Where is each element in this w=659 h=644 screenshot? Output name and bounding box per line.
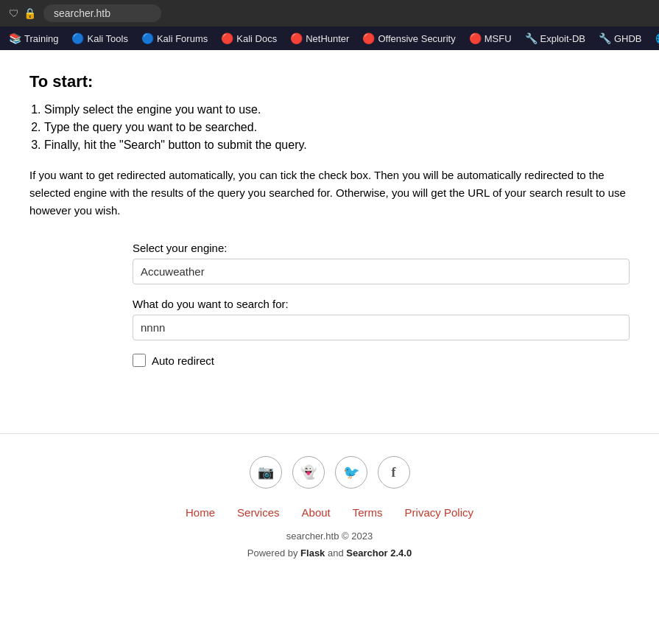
ghdb-icon: 🔧 <box>599 32 611 44</box>
footer-nav: Home Services About Terms Privacy Policy <box>0 506 659 519</box>
bookmark-msfu[interactable]: 🔴 MSFU <box>463 30 518 46</box>
snapchat-icon[interactable]: 👻 <box>292 456 325 489</box>
auto-redirect-label: Auto redirect <box>152 354 214 367</box>
bookmark-kali-forums-label: Kali Forums <box>157 33 208 44</box>
shield-icon: 🛡 <box>9 7 19 19</box>
footer: 📷 👻 🐦 f Home Services About Terms Privac… <box>0 434 659 573</box>
bookmark-kali-docs[interactable]: 🔴 Kali Docs <box>215 30 283 46</box>
address-bar[interactable]: searcher.htb <box>43 4 161 22</box>
search-label: What do you want to search for: <box>133 298 630 310</box>
search-input[interactable]: nnnn <box>133 315 630 340</box>
bookmark-training-label: Training <box>24 33 58 44</box>
bookmark-offensive-security[interactable]: 🔴 Offensive Security <box>356 30 461 46</box>
footer-home-link[interactable]: Home <box>186 506 215 519</box>
kali-forums-icon: 🔵 <box>141 32 154 44</box>
footer-privacy-link[interactable]: Privacy Policy <box>405 506 473 519</box>
bookmark-kali-forums[interactable]: 🔵 Kali Forums <box>135 30 214 46</box>
bookmark-nethunter-label: NetHunter <box>306 33 349 44</box>
main-content: To start: Simply select the engine you w… <box>0 50 659 389</box>
nethunter-icon: 🔴 <box>290 32 303 44</box>
step-3: Finally, hit the "Search" button to subm… <box>44 139 630 152</box>
bookmark-ghdb-label: GHDB <box>614 33 642 44</box>
kali-tools-icon: 🔵 <box>71 32 84 44</box>
go-icon: 🌐 <box>655 32 659 44</box>
twitter-icon[interactable]: 🐦 <box>335 456 367 489</box>
bookmarks-bar: 📚 Training 🔵 Kali Tools 🔵 Kali Forums 🔴 … <box>0 27 659 50</box>
footer-social-icons: 📷 👻 🐦 f <box>0 456 659 489</box>
auto-redirect-group: Auto redirect <box>133 354 630 367</box>
engine-input[interactable]: Accuweather <box>133 259 630 284</box>
auto-redirect-checkbox[interactable] <box>133 354 146 367</box>
engine-group: Select your engine: Accuweather <box>133 242 630 284</box>
footer-copyright: searcher.htb © 2023 <box>0 531 659 542</box>
description-text: If you want to get redirected automatica… <box>29 167 630 220</box>
training-icon: 📚 <box>9 32 21 44</box>
bookmark-training[interactable]: 📚 Training <box>3 30 64 46</box>
flask-link[interactable]: Flask <box>300 547 325 559</box>
instagram-icon[interactable]: 📷 <box>250 456 282 489</box>
search-form: Select your engine: Accuweather What do … <box>133 242 630 367</box>
footer-about-link[interactable]: About <box>302 506 331 519</box>
bookmark-offensive-security-label: Offensive Security <box>378 33 455 44</box>
browser-security-icons: 🛡 🔒 <box>9 7 36 19</box>
bookmark-nethunter[interactable]: 🔴 NetHunter <box>284 30 355 46</box>
step-2: Type the query you want to be searched. <box>44 121 630 134</box>
searchor-link[interactable]: Searchor 2.4.0 <box>346 547 412 559</box>
footer-terms-link[interactable]: Terms <box>353 506 383 519</box>
powered-by-middle: and <box>325 547 346 559</box>
exploit-db-icon: 🔧 <box>525 32 538 44</box>
footer-services-link[interactable]: Services <box>237 506 280 519</box>
search-group: What do you want to search for: nnnn <box>133 298 630 340</box>
bookmark-ghdb[interactable]: 🔧 GHDB <box>593 30 648 46</box>
bookmark-go[interactable]: 🌐 Go <box>649 30 659 46</box>
bookmark-msfu-label: MSFU <box>484 33 512 44</box>
facebook-icon[interactable]: f <box>378 456 410 489</box>
footer-powered: Powered by Flask and Searchor 2.4.0 <box>0 547 659 559</box>
powered-by-prefix: Powered by <box>247 547 300 559</box>
lock-icon: 🔒 <box>24 7 36 19</box>
bookmark-kali-tools[interactable]: 🔵 Kali Tools <box>66 30 133 46</box>
bookmark-exploit-db-label: Exploit-DB <box>540 33 585 44</box>
engine-label: Select your engine: <box>133 242 630 254</box>
offensive-security-icon: 🔴 <box>362 32 375 44</box>
msfu-icon: 🔴 <box>469 32 482 44</box>
page-heading: To start: <box>29 72 630 91</box>
browser-chrome: 🛡 🔒 searcher.htb <box>0 0 659 27</box>
steps-list: Simply select the engine you want to use… <box>44 103 630 152</box>
bookmark-kali-tools-label: Kali Tools <box>87 33 127 44</box>
kali-docs-icon: 🔴 <box>221 32 233 44</box>
step-1: Simply select the engine you want to use… <box>44 103 630 116</box>
bookmark-kali-docs-label: Kali Docs <box>236 33 277 44</box>
bookmark-exploit-db[interactable]: 🔧 Exploit-DB <box>519 30 591 46</box>
